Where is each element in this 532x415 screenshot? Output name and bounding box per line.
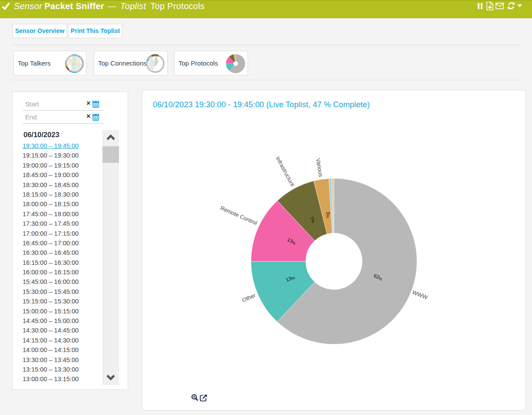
svg-text:WWW: WWW (411, 289, 429, 301)
svg-text:3%: 3% (325, 211, 331, 219)
svg-text:Infrastructure: Infrastructure (274, 155, 296, 188)
svg-text:Remote Control: Remote Control (219, 204, 258, 226)
svg-text:Other: Other (241, 292, 257, 303)
svg-text:Various: Various (315, 158, 324, 177)
